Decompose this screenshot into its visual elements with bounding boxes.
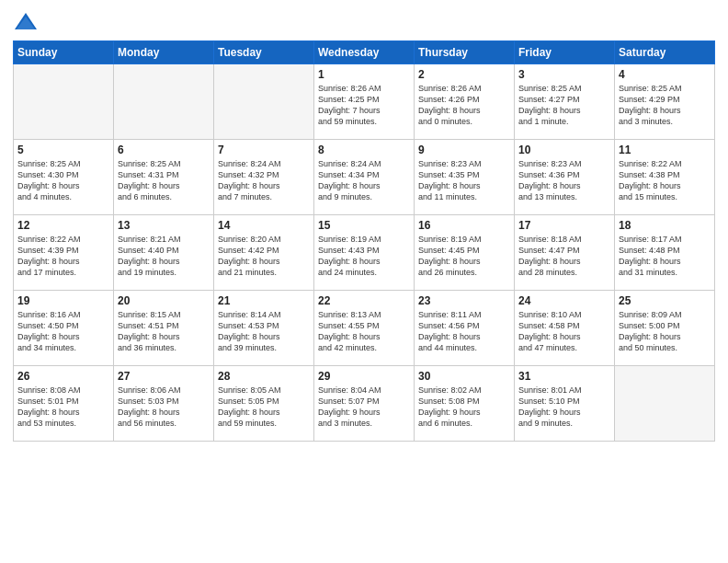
day-info: Sunrise: 8:15 AM Sunset: 4:51 PM Dayligh… bbox=[118, 309, 210, 354]
page: SundayMondayTuesdayWednesdayThursdayFrid… bbox=[0, 0, 728, 563]
day-cell: 28Sunrise: 8:05 AM Sunset: 5:05 PM Dayli… bbox=[214, 366, 314, 442]
day-number: 2 bbox=[418, 68, 510, 81]
day-cell: 12Sunrise: 8:22 AM Sunset: 4:39 PM Dayli… bbox=[14, 215, 114, 291]
day-info: Sunrise: 8:22 AM Sunset: 4:39 PM Dayligh… bbox=[17, 234, 109, 279]
day-info: Sunrise: 8:06 AM Sunset: 5:03 PM Dayligh… bbox=[118, 385, 210, 430]
day-cell: 14Sunrise: 8:20 AM Sunset: 4:42 PM Dayli… bbox=[214, 215, 314, 291]
weekday-thursday: Thursday bbox=[415, 41, 515, 64]
day-cell bbox=[214, 64, 314, 140]
day-number: 8 bbox=[318, 144, 410, 156]
day-info: Sunrise: 8:16 AM Sunset: 4:50 PM Dayligh… bbox=[17, 309, 109, 354]
day-info: Sunrise: 8:26 AM Sunset: 4:25 PM Dayligh… bbox=[318, 83, 410, 128]
day-cell: 25Sunrise: 8:09 AM Sunset: 5:00 PM Dayli… bbox=[615, 291, 715, 366]
day-cell: 31Sunrise: 8:01 AM Sunset: 5:10 PM Dayli… bbox=[515, 366, 615, 442]
day-info: Sunrise: 8:26 AM Sunset: 4:26 PM Dayligh… bbox=[418, 83, 510, 128]
day-cell: 15Sunrise: 8:19 AM Sunset: 4:43 PM Dayli… bbox=[314, 215, 415, 291]
day-cell: 2Sunrise: 8:26 AM Sunset: 4:26 PM Daylig… bbox=[415, 64, 515, 140]
day-cell: 24Sunrise: 8:10 AM Sunset: 4:58 PM Dayli… bbox=[515, 291, 615, 366]
day-info: Sunrise: 8:01 AM Sunset: 5:10 PM Dayligh… bbox=[518, 385, 610, 430]
weekday-saturday: Saturday bbox=[615, 41, 715, 64]
day-number: 11 bbox=[619, 144, 711, 156]
day-cell: 11Sunrise: 8:22 AM Sunset: 4:38 PM Dayli… bbox=[615, 140, 715, 215]
day-info: Sunrise: 8:02 AM Sunset: 5:08 PM Dayligh… bbox=[418, 385, 510, 430]
day-info: Sunrise: 8:09 AM Sunset: 5:00 PM Dayligh… bbox=[619, 309, 711, 354]
week-row-3: 12Sunrise: 8:22 AM Sunset: 4:39 PM Dayli… bbox=[14, 215, 715, 291]
day-number: 28 bbox=[218, 370, 310, 383]
day-number: 9 bbox=[418, 144, 510, 156]
day-number: 24 bbox=[518, 294, 610, 307]
day-info: Sunrise: 8:18 AM Sunset: 4:47 PM Dayligh… bbox=[518, 234, 610, 279]
day-number: 4 bbox=[619, 68, 711, 81]
day-info: Sunrise: 8:25 AM Sunset: 4:29 PM Dayligh… bbox=[619, 83, 711, 128]
header bbox=[13, 9, 715, 35]
day-info: Sunrise: 8:10 AM Sunset: 4:58 PM Dayligh… bbox=[518, 309, 610, 354]
day-number: 5 bbox=[17, 144, 109, 156]
day-cell: 18Sunrise: 8:17 AM Sunset: 4:48 PM Dayli… bbox=[615, 215, 715, 291]
day-cell: 3Sunrise: 8:25 AM Sunset: 4:27 PM Daylig… bbox=[515, 64, 615, 140]
day-cell: 27Sunrise: 8:06 AM Sunset: 5:03 PM Dayli… bbox=[114, 366, 214, 442]
day-number: 27 bbox=[118, 370, 210, 383]
day-cell bbox=[615, 366, 715, 442]
day-number: 18 bbox=[619, 219, 711, 232]
week-row-4: 19Sunrise: 8:16 AM Sunset: 4:50 PM Dayli… bbox=[14, 291, 715, 366]
day-cell: 19Sunrise: 8:16 AM Sunset: 4:50 PM Dayli… bbox=[14, 291, 114, 366]
day-cell bbox=[14, 64, 114, 140]
day-info: Sunrise: 8:17 AM Sunset: 4:48 PM Dayligh… bbox=[619, 234, 711, 279]
day-number: 21 bbox=[218, 294, 310, 307]
day-number: 23 bbox=[418, 294, 510, 307]
calendar: SundayMondayTuesdayWednesdayThursdayFrid… bbox=[13, 40, 715, 442]
day-cell: 30Sunrise: 8:02 AM Sunset: 5:08 PM Dayli… bbox=[415, 366, 515, 442]
day-cell: 5Sunrise: 8:25 AM Sunset: 4:30 PM Daylig… bbox=[14, 140, 114, 215]
day-number: 19 bbox=[17, 294, 109, 307]
day-cell: 13Sunrise: 8:21 AM Sunset: 4:40 PM Dayli… bbox=[114, 215, 214, 291]
day-cell: 22Sunrise: 8:13 AM Sunset: 4:55 PM Dayli… bbox=[314, 291, 415, 366]
day-cell: 10Sunrise: 8:23 AM Sunset: 4:36 PM Dayli… bbox=[515, 140, 615, 215]
day-cell: 4Sunrise: 8:25 AM Sunset: 4:29 PM Daylig… bbox=[615, 64, 715, 140]
day-info: Sunrise: 8:19 AM Sunset: 4:43 PM Dayligh… bbox=[318, 234, 410, 279]
day-cell: 26Sunrise: 8:08 AM Sunset: 5:01 PM Dayli… bbox=[14, 366, 114, 442]
weekday-tuesday: Tuesday bbox=[214, 41, 314, 64]
day-info: Sunrise: 8:22 AM Sunset: 4:38 PM Dayligh… bbox=[619, 158, 711, 203]
day-info: Sunrise: 8:24 AM Sunset: 4:32 PM Dayligh… bbox=[218, 158, 310, 203]
day-number: 14 bbox=[218, 219, 310, 232]
day-info: Sunrise: 8:23 AM Sunset: 4:35 PM Dayligh… bbox=[418, 158, 510, 203]
day-info: Sunrise: 8:24 AM Sunset: 4:34 PM Dayligh… bbox=[318, 158, 410, 203]
day-number: 12 bbox=[17, 219, 109, 232]
day-number: 10 bbox=[518, 144, 610, 156]
day-number: 30 bbox=[418, 370, 510, 383]
day-number: 29 bbox=[318, 370, 410, 383]
logo bbox=[13, 9, 40, 35]
day-number: 25 bbox=[619, 294, 711, 307]
day-info: Sunrise: 8:14 AM Sunset: 4:53 PM Dayligh… bbox=[218, 309, 310, 354]
day-cell: 23Sunrise: 8:11 AM Sunset: 4:56 PM Dayli… bbox=[415, 291, 515, 366]
weekday-sunday: Sunday bbox=[14, 41, 114, 64]
day-number: 31 bbox=[518, 370, 610, 383]
day-cell: 1Sunrise: 8:26 AM Sunset: 4:25 PM Daylig… bbox=[314, 64, 415, 140]
day-cell: 9Sunrise: 8:23 AM Sunset: 4:35 PM Daylig… bbox=[415, 140, 515, 215]
day-info: Sunrise: 8:05 AM Sunset: 5:05 PM Dayligh… bbox=[218, 385, 310, 430]
logo-icon bbox=[13, 9, 39, 35]
day-cell: 17Sunrise: 8:18 AM Sunset: 4:47 PM Dayli… bbox=[515, 215, 615, 291]
day-cell: 7Sunrise: 8:24 AM Sunset: 4:32 PM Daylig… bbox=[214, 140, 314, 215]
weekday-header-row: SundayMondayTuesdayWednesdayThursdayFrid… bbox=[14, 41, 715, 64]
day-info: Sunrise: 8:25 AM Sunset: 4:30 PM Dayligh… bbox=[17, 158, 109, 203]
day-number: 15 bbox=[318, 219, 410, 232]
day-cell: 20Sunrise: 8:15 AM Sunset: 4:51 PM Dayli… bbox=[114, 291, 214, 366]
day-info: Sunrise: 8:04 AM Sunset: 5:07 PM Dayligh… bbox=[318, 385, 410, 430]
day-number: 3 bbox=[518, 68, 610, 81]
day-number: 22 bbox=[318, 294, 410, 307]
day-info: Sunrise: 8:25 AM Sunset: 4:31 PM Dayligh… bbox=[118, 158, 210, 203]
weekday-friday: Friday bbox=[515, 41, 615, 64]
day-info: Sunrise: 8:19 AM Sunset: 4:45 PM Dayligh… bbox=[418, 234, 510, 279]
weekday-wednesday: Wednesday bbox=[314, 41, 415, 64]
day-number: 20 bbox=[118, 294, 210, 307]
day-number: 17 bbox=[518, 219, 610, 232]
day-number: 13 bbox=[118, 219, 210, 232]
day-cell: 8Sunrise: 8:24 AM Sunset: 4:34 PM Daylig… bbox=[314, 140, 415, 215]
day-number: 1 bbox=[318, 68, 410, 81]
day-cell: 16Sunrise: 8:19 AM Sunset: 4:45 PM Dayli… bbox=[415, 215, 515, 291]
week-row-5: 26Sunrise: 8:08 AM Sunset: 5:01 PM Dayli… bbox=[14, 366, 715, 442]
day-info: Sunrise: 8:08 AM Sunset: 5:01 PM Dayligh… bbox=[17, 385, 109, 430]
day-cell: 6Sunrise: 8:25 AM Sunset: 4:31 PM Daylig… bbox=[114, 140, 214, 215]
weekday-monday: Monday bbox=[114, 41, 214, 64]
